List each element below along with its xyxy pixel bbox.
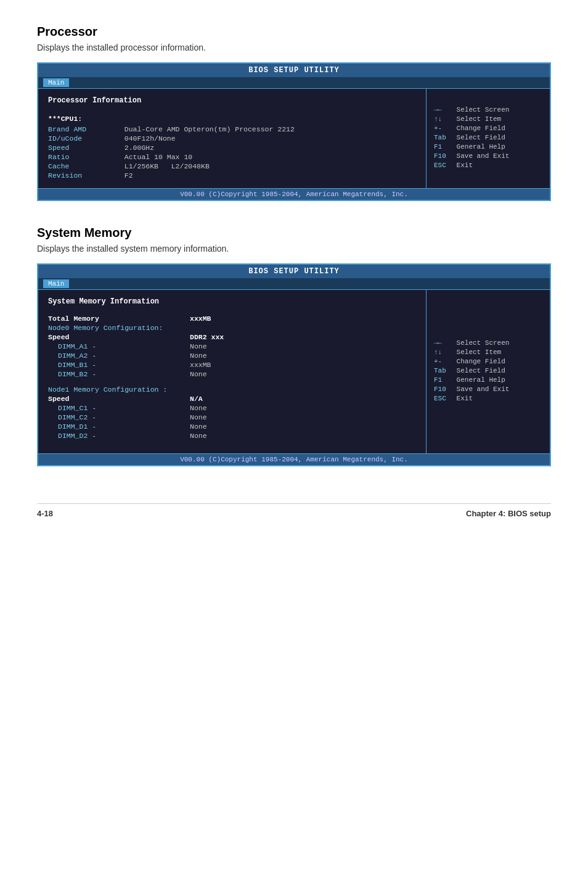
mem-row-dimm-d1: DIMM_D1 - None	[48, 423, 416, 431]
chapter-label: Chapter 4: BIOS setup	[466, 509, 551, 518]
proc-key-2: +- Change Field	[434, 125, 542, 132]
mem-key-3: Tab Select Field	[434, 367, 542, 374]
mem-row-node1-label: Node1 Memory Configuration :	[48, 386, 416, 394]
mem-key-1: ↑↓ Select Item	[434, 349, 542, 356]
proc-key-0: →← Select Screen	[434, 106, 542, 113]
memory-bios-content: System Memory Information Total Memory x…	[38, 290, 550, 453]
memory-bios-left: System Memory Information Total Memory x…	[38, 290, 427, 453]
mem-row-dimm-c1: DIMM_C1 - None	[48, 404, 416, 412]
mem-key-4: F1 General Help	[434, 376, 542, 384]
mem-row-node0-label: Node0 Memory Configuration:	[48, 324, 416, 332]
processor-tab-row: Main	[38, 77, 550, 89]
proc-key-3: Tab Select Field	[434, 134, 542, 141]
mem-row-dimm-c2: DIMM_C2 - None	[48, 413, 416, 421]
proc-field-5: Revision F2	[48, 171, 416, 179]
mem-row-dimm-a1: DIMM_A1 - None	[48, 342, 416, 350]
mem-row-dimm-d2: DIMM_D2 - None	[48, 432, 416, 440]
memory-tab-row: Main	[38, 278, 550, 290]
processor-info-label: Processor Information	[48, 96, 416, 105]
mem-key-6: ESC Exit	[434, 395, 542, 402]
proc-field-0: Brand AMD Dual-Core AMD Opteron(tm) Proc…	[48, 125, 416, 133]
processor-bios-left: Processor Information ***CPU1: Brand AMD…	[38, 89, 427, 188]
memory-main-tab[interactable]: Main	[43, 279, 69, 288]
processor-desc: Displays the installed processor informa…	[37, 43, 551, 52]
processor-section: Processor Displays the installed process…	[37, 25, 551, 201]
processor-bios-footer: V00.00 (C)Copyright 1985-2004, American …	[38, 188, 550, 200]
mem-row-dimm-b2: DIMM_B2 - None	[48, 370, 416, 378]
page-number: 4-18	[37, 509, 53, 518]
cpu-heading: ***CPU1:	[48, 115, 416, 123]
proc-field-2: Speed 2.00GHz	[48, 144, 416, 152]
memory-section: System Memory Displays the installed sys…	[37, 226, 551, 466]
mem-row-dimm-b1: DIMM_B1 - xxxMB	[48, 361, 416, 369]
proc-key-6: ESC Exit	[434, 162, 542, 169]
processor-bios-right: →← Select Screen ↑↓ Select Item +- Chang…	[427, 89, 550, 188]
proc-key-4: F1 General Help	[434, 143, 542, 151]
memory-bios-right: →← Select Screen ↑↓ Select Item +- Chang…	[427, 290, 550, 453]
mem-row-speed-na: Speed N/A	[48, 395, 416, 403]
processor-main-tab[interactable]: Main	[43, 78, 69, 87]
memory-bios-footer: V00.00 (C)Copyright 1985-2004, American …	[38, 453, 550, 465]
processor-bios-header: BIOS SETUP UTILITY	[38, 64, 550, 77]
processor-bios-content: Processor Information ***CPU1: Brand AMD…	[38, 89, 550, 188]
memory-bios-header: BIOS SETUP UTILITY	[38, 265, 550, 278]
mem-key-2: +- Change Field	[434, 358, 542, 365]
processor-bios-box: BIOS SETUP UTILITY Main Processor Inform…	[37, 62, 551, 201]
memory-desc: Displays the installed system memory inf…	[37, 244, 551, 254]
proc-field-3: Ratio Actual 10 Max 10	[48, 153, 416, 161]
mem-key-5: F10 Save and Exit	[434, 386, 542, 393]
proc-key-5: F10 Save and Exit	[434, 152, 542, 160]
memory-bios-box: BIOS SETUP UTILITY Main System Memory In…	[37, 263, 551, 466]
mem-key-0: →← Select Screen	[434, 339, 542, 347]
proc-field-1: ID/uCode 040F12h/None	[48, 134, 416, 142]
processor-title: Processor	[37, 25, 551, 39]
memory-title: System Memory	[37, 226, 551, 240]
mem-row-speed: Speed DDR2 xxx	[48, 333, 416, 341]
memory-info-label: System Memory Information	[48, 297, 416, 306]
page-footer: 4-18 Chapter 4: BIOS setup	[37, 503, 551, 518]
proc-key-1: ↑↓ Select Item	[434, 115, 542, 123]
mem-row-dimm-a2: DIMM_A2 - None	[48, 352, 416, 360]
proc-field-4: Cache L1/256KB L2/2048KB	[48, 162, 416, 170]
mem-row-total: Total Memory xxxMB	[48, 315, 416, 323]
